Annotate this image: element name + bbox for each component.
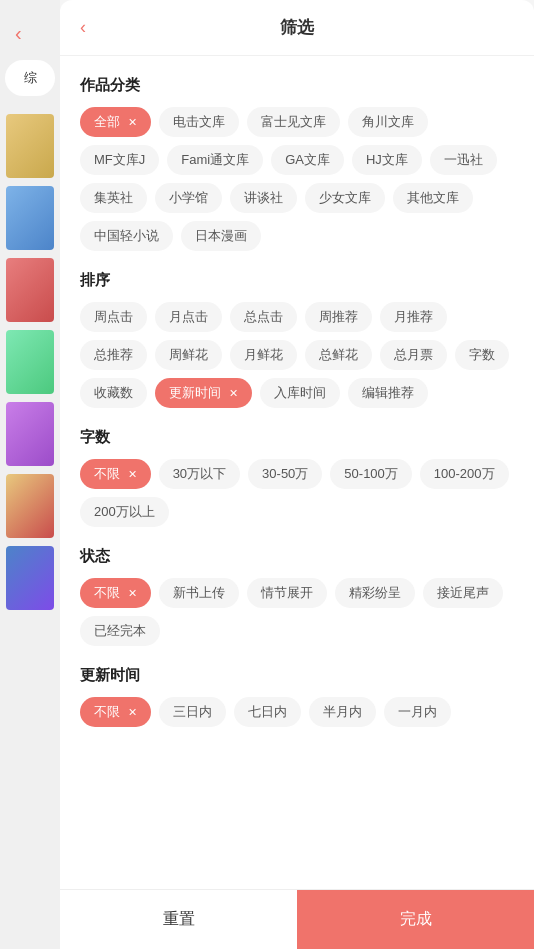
tag-精彩纷呈[interactable]: 精彩纷呈 [335,578,415,608]
tag-周鲜花[interactable]: 周鲜花 [155,340,222,370]
section-category-title: 作品分类 [80,76,514,95]
tag-集英社[interactable]: 集英社 [80,183,147,213]
tag-已经完本[interactable]: 已经完本 [80,616,160,646]
back-button[interactable]: ‹ [80,17,86,38]
sidebar-books [6,114,54,610]
tag-角川文库[interactable]: 角川文库 [348,107,428,137]
tag-周点击[interactable]: 周点击 [80,302,147,332]
tag-月鲜花[interactable]: 月鲜花 [230,340,297,370]
filter-panel: ‹ 筛选 作品分类 全部 ✕ 电击文库 富士见文库 角川文库 MF文库J Fam… [60,0,534,949]
tag-hj文库[interactable]: HJ文库 [352,145,422,175]
tag-其他文库[interactable]: 其他文库 [393,183,473,213]
tag-mf文库j[interactable]: MF文库J [80,145,159,175]
tag-收藏数[interactable]: 收藏数 [80,378,147,408]
screen-back-button[interactable]: ‹ [15,22,22,45]
tag-总推荐[interactable]: 总推荐 [80,340,147,370]
header-title: 筛选 [280,16,314,39]
section-sort: 排序 周点击 月点击 总点击 周推荐 月推荐 总推荐 周鲜花 月鲜花 总鲜花 总… [80,271,514,408]
tag-一月内[interactable]: 一月内 [384,697,451,727]
reset-button[interactable]: 重置 [60,890,297,949]
tag-富士见文库[interactable]: 富士见文库 [247,107,340,137]
word-count-tags: 不限 ✕ 30万以下 30-50万 50-100万 100-200万 200万以… [80,459,514,527]
tag-新书上传[interactable]: 新书上传 [159,578,239,608]
tag-总月票[interactable]: 总月票 [380,340,447,370]
section-word-count-title: 字数 [80,428,514,447]
book-cover-5[interactable] [6,402,54,466]
tag-100-200万[interactable]: 100-200万 [420,459,509,489]
tag-讲谈社[interactable]: 讲谈社 [230,183,297,213]
tag-日本漫画[interactable]: 日本漫画 [181,221,261,251]
tag-字数[interactable]: 字数 [455,340,509,370]
tag-入库时间[interactable]: 入库时间 [260,378,340,408]
sidebar: 综 [0,0,60,949]
sidebar-tab-label: 综 [24,69,37,87]
book-cover-3[interactable] [6,258,54,322]
tag-电击文库[interactable]: 电击文库 [159,107,239,137]
tag-总鲜花[interactable]: 总鲜花 [305,340,372,370]
tag-30万以下[interactable]: 30万以下 [159,459,240,489]
sidebar-tab-综[interactable]: 综 [5,60,55,96]
tag-50-100万[interactable]: 50-100万 [330,459,411,489]
tag-三日内[interactable]: 三日内 [159,697,226,727]
tag-30-50万[interactable]: 30-50万 [248,459,322,489]
tag-少女文库[interactable]: 少女文库 [305,183,385,213]
section-category: 作品分类 全部 ✕ 电击文库 富士见文库 角川文库 MF文库J Fami通文库 … [80,76,514,251]
tag-周推荐[interactable]: 周推荐 [305,302,372,332]
tag-中国轻小说[interactable]: 中国轻小说 [80,221,173,251]
tag-情节展开[interactable]: 情节展开 [247,578,327,608]
header: ‹ 筛选 [60,0,534,56]
book-cover-7[interactable] [6,546,54,610]
section-status: 状态 不限 ✕ 新书上传 情节展开 精彩纷呈 接近尾声 已经完本 [80,547,514,646]
section-update-time-title: 更新时间 [80,666,514,685]
section-status-title: 状态 [80,547,514,566]
book-cover-1[interactable] [6,114,54,178]
book-cover-4[interactable] [6,330,54,394]
tag-月推荐[interactable]: 月推荐 [380,302,447,332]
section-word-count: 字数 不限 ✕ 30万以下 30-50万 50-100万 100-200万 20… [80,428,514,527]
tag-七日内[interactable]: 七日内 [234,697,301,727]
tag-半月内[interactable]: 半月内 [309,697,376,727]
section-sort-title: 排序 [80,271,514,290]
tag-不限-word[interactable]: 不限 ✕ [80,459,151,489]
filter-content: 作品分类 全部 ✕ 电击文库 富士见文库 角川文库 MF文库J Fami通文库 … [60,56,534,895]
update-time-tags: 不限 ✕ 三日内 七日内 半月内 一月内 [80,697,514,727]
tag-一迅社[interactable]: 一迅社 [430,145,497,175]
tag-不限-status[interactable]: 不限 ✕ [80,578,151,608]
tag-fami通文库[interactable]: Fami通文库 [167,145,263,175]
sort-tags: 周点击 月点击 总点击 周推荐 月推荐 总推荐 周鲜花 月鲜花 总鲜花 总月票 … [80,302,514,408]
category-tags: 全部 ✕ 电击文库 富士见文库 角川文库 MF文库J Fami通文库 GA文库 … [80,107,514,251]
tag-不限-time[interactable]: 不限 ✕ [80,697,151,727]
book-cover-2[interactable] [6,186,54,250]
tag-月点击[interactable]: 月点击 [155,302,222,332]
tag-接近尾声[interactable]: 接近尾声 [423,578,503,608]
book-cover-6[interactable] [6,474,54,538]
tag-200万以上[interactable]: 200万以上 [80,497,169,527]
tag-总点击[interactable]: 总点击 [230,302,297,332]
tag-全部[interactable]: 全部 ✕ [80,107,151,137]
tag-更新时间[interactable]: 更新时间 ✕ [155,378,252,408]
bottom-bar: 重置 完成 [60,889,534,949]
status-tags: 不限 ✕ 新书上传 情节展开 精彩纷呈 接近尾声 已经完本 [80,578,514,646]
section-update-time: 更新时间 不限 ✕ 三日内 七日内 半月内 一月内 [80,666,514,727]
tag-ga文库[interactable]: GA文库 [271,145,344,175]
tag-小学馆[interactable]: 小学馆 [155,183,222,213]
confirm-button[interactable]: 完成 [297,890,534,949]
tag-编辑推荐[interactable]: 编辑推荐 [348,378,428,408]
